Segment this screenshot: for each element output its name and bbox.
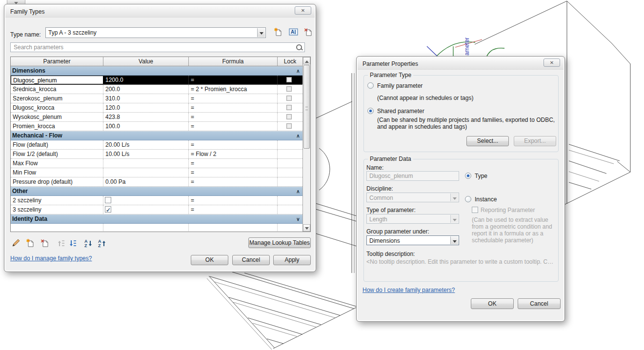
ok-button[interactable]: OK [191, 255, 228, 265]
lock-cell[interactable] [278, 205, 302, 214]
table-scrollbar[interactable] [302, 57, 310, 232]
search-parameters-field[interactable] [10, 42, 305, 52]
reporting-parameter-checkbox[interactable] [472, 207, 478, 213]
lock-checkbox[interactable] [286, 86, 292, 92]
parameter-cell[interactable]: Max Flow [11, 159, 103, 168]
lock-cell[interactable] [278, 103, 302, 112]
lock-cell[interactable] [278, 177, 302, 186]
value-cell[interactable]: 120.0 [103, 103, 189, 112]
table-row[interactable]: Srednica_krocca200.0= 2 * Promien_krocca [11, 85, 302, 94]
new-type-button[interactable]: ✱ [273, 27, 283, 38]
lock-cell[interactable] [278, 196, 302, 205]
close-icon[interactable]: ✕ [295, 6, 311, 15]
column-header-formula[interactable]: Formula [189, 57, 278, 66]
shared-parameter-radio[interactable] [367, 108, 374, 114]
parameter-cell[interactable]: Dlugosc_plenum [11, 76, 103, 84]
chevron-up-icon[interactable]: ∧ [294, 132, 302, 140]
formula-cell[interactable] [189, 224, 278, 231]
value-cell[interactable] [103, 224, 189, 231]
table-row[interactable]: Flow (default)20.00 L/s= [11, 140, 302, 150]
name-field[interactable]: Dlugosc_plenum [366, 171, 459, 181]
help-link[interactable]: How do I manage family types? [10, 255, 92, 262]
cancel-button[interactable]: Cancel [232, 255, 270, 265]
lock-checkbox[interactable] [286, 77, 292, 82]
parameter-cell[interactable]: Flow (default) [11, 140, 103, 149]
value-cell[interactable]: 20.00 L/s [103, 140, 189, 149]
lock-cell[interactable] [278, 113, 302, 121]
new-parameter-button[interactable]: ✱ [25, 238, 36, 249]
formula-cell[interactable]: = [189, 159, 278, 168]
family-parameter-radio[interactable] [367, 82, 374, 89]
value-cell[interactable]: 423.8 [103, 113, 189, 121]
column-header-lock[interactable]: Lock [278, 57, 302, 66]
formula-cell[interactable]: = [189, 103, 278, 112]
section-header-identity-data[interactable]: Identity Data∨ [11, 214, 302, 224]
cancel-button[interactable]: Cancel [518, 298, 561, 309]
parameter-properties-titlebar[interactable]: Parameter Properties [358, 58, 564, 70]
manage-lookup-tables-button[interactable]: Manage Lookup Tables [248, 237, 311, 248]
family-types-titlebar[interactable]: Family Types [5, 5, 315, 18]
lock-cell[interactable] [278, 122, 302, 131]
parameter-cell[interactable]: 3 szczeliny [11, 205, 103, 214]
section-header-mechanical-flow[interactable]: Mechanical - Flow∧ [11, 131, 302, 140]
section-header-other[interactable]: Other∧ [11, 187, 302, 196]
value-cell[interactable] [103, 205, 189, 214]
lock-cell[interactable] [278, 224, 302, 231]
parameter-cell[interactable] [11, 224, 103, 231]
delete-parameter-button[interactable]: ✕ [40, 238, 50, 249]
table-row[interactable]: Wysokosc_plenum423.8= [11, 113, 302, 122]
lock-cell[interactable] [278, 85, 302, 94]
chevron-down-icon[interactable]: ∨ [294, 215, 302, 223]
table-row[interactable]: Szerokosc_plenum310.0= [11, 94, 302, 103]
lock-cell[interactable] [278, 76, 302, 84]
delete-type-button[interactable]: ✕ [303, 27, 314, 38]
formula-cell[interactable]: = [189, 122, 278, 131]
checkbox-unchecked-icon[interactable] [105, 197, 111, 203]
ok-button[interactable]: OK [471, 298, 514, 309]
table-row[interactable] [11, 224, 302, 231]
chevron-up-icon[interactable]: ∧ [294, 67, 302, 75]
scroll-down-icon[interactable] [303, 224, 310, 232]
lock-cell[interactable] [278, 159, 302, 168]
type-of-parameter-dropdown[interactable]: Length [366, 214, 459, 224]
lock-cell[interactable] [278, 94, 302, 103]
formula-cell[interactable]: = Flow / 2 [189, 150, 278, 158]
type-name-combobox[interactable]: Typ A - 3 szczeliny [45, 27, 266, 38]
sort-descending-button[interactable]: A Z [97, 238, 108, 249]
formula-cell[interactable]: = [189, 94, 278, 103]
value-cell[interactable] [103, 196, 189, 205]
lock-checkbox[interactable] [286, 96, 292, 101]
parameter-cell[interactable]: Wysokosc_plenum [11, 113, 103, 121]
parameter-cell[interactable]: 2 szczeliny [11, 196, 103, 205]
lock-cell[interactable] [278, 150, 302, 158]
table-row[interactable]: 2 szczeliny= [11, 196, 302, 205]
search-input[interactable] [10, 42, 305, 52]
value-cell[interactable]: 100.0 [103, 122, 189, 131]
checkbox-checked-icon[interactable] [105, 206, 111, 213]
value-cell[interactable]: 310.0 [103, 94, 189, 103]
formula-cell[interactable]: = [189, 205, 278, 214]
lock-cell[interactable] [278, 168, 302, 177]
formula-cell[interactable]: = [189, 177, 278, 186]
chevron-down-icon[interactable] [257, 28, 265, 37]
parameter-cell[interactable]: Flow 1/2 (default) [11, 150, 103, 158]
instance-radio[interactable] [465, 196, 471, 202]
discipline-dropdown[interactable]: Common [366, 193, 459, 202]
chevron-up-icon[interactable]: ∧ [294, 187, 302, 195]
scroll-up-icon[interactable] [303, 57, 310, 64]
move-down-button[interactable] [67, 238, 78, 249]
formula-cell[interactable]: = [189, 76, 278, 84]
section-header-dimensions[interactable]: Dimensions∧ [11, 66, 302, 76]
lock-checkbox[interactable] [286, 105, 292, 110]
table-row[interactable]: Flow 1/2 (default)10.00 L/s= Flow / 2 [11, 150, 302, 159]
group-parameter-under-dropdown[interactable]: Dimensions [366, 235, 459, 245]
parameter-cell[interactable]: Min Flow [11, 168, 103, 177]
parameter-cell[interactable]: Dlugosc_krocca [11, 103, 103, 112]
rename-type-button[interactable]: A [288, 27, 299, 38]
formula-cell[interactable]: = [189, 168, 278, 177]
formula-cell[interactable]: = 2 * Promien_krocca [189, 85, 278, 94]
parameter-cell[interactable]: Pressure drop (default) [11, 177, 103, 186]
column-header-value[interactable]: Value [103, 57, 189, 66]
table-row[interactable]: Min Flow= [11, 168, 302, 177]
lock-checkbox[interactable] [286, 123, 292, 129]
